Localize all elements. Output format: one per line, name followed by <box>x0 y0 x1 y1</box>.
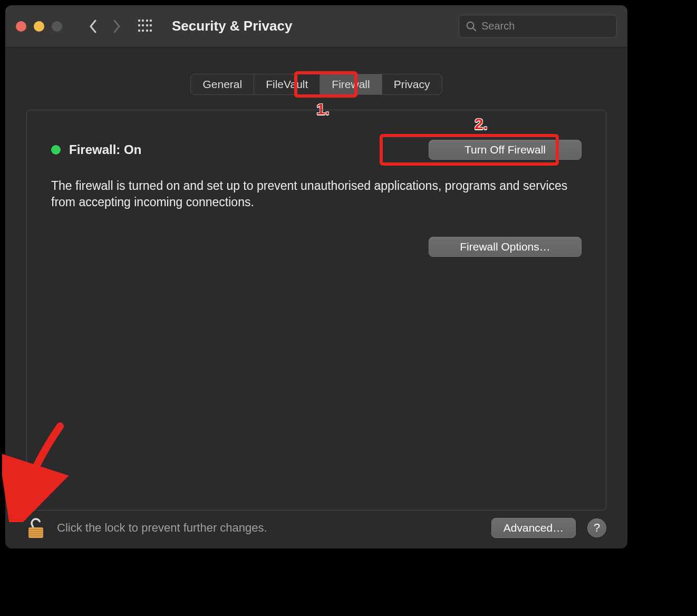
search-input[interactable] <box>481 20 610 32</box>
tab-general[interactable]: General <box>191 74 254 94</box>
svg-rect-2 <box>28 527 43 538</box>
help-button[interactable]: ? <box>587 518 606 537</box>
titlebar: Security & Privacy <box>5 5 627 47</box>
button-label: Firewall Options… <box>460 240 550 253</box>
close-window-button[interactable] <box>16 21 26 32</box>
button-label: Advanced… <box>504 522 564 534</box>
tab-bar: General FileVault Firewall Privacy <box>26 74 606 95</box>
forward-button[interactable] <box>109 16 124 37</box>
firewall-panel: Firewall: On Turn Off Firewall The firew… <box>26 110 606 511</box>
tab-privacy[interactable]: Privacy <box>382 74 442 94</box>
segmented-control: General FileVault Firewall Privacy <box>190 74 442 95</box>
zoom-window-button[interactable] <box>52 21 62 32</box>
status-row: Firewall: On Turn Off Firewall <box>51 140 582 160</box>
show-all-icon[interactable] <box>138 20 152 33</box>
window-controls <box>16 21 62 32</box>
button-label: ? <box>594 521 600 535</box>
tab-filevault[interactable]: FileVault <box>254 74 320 94</box>
preferences-window: Security & Privacy General FileVault Fir… <box>5 5 627 548</box>
status-indicator-icon <box>51 145 61 155</box>
search-icon <box>466 21 477 32</box>
tab-firewall[interactable]: Firewall <box>320 74 382 94</box>
search-field[interactable] <box>459 15 617 38</box>
window-title: Security & Privacy <box>172 18 292 34</box>
svg-line-1 <box>473 27 476 31</box>
back-button[interactable] <box>85 16 101 37</box>
tab-label: FileVault <box>266 78 308 91</box>
firewall-description: The firewall is turned on and set up to … <box>51 178 568 210</box>
content-area: General FileVault Firewall Privacy 1. Fi… <box>5 47 627 548</box>
advanced-button[interactable]: Advanced… <box>491 518 576 538</box>
footer: Click the lock to prevent further change… <box>5 517 627 539</box>
turn-off-firewall-button[interactable]: Turn Off Firewall <box>429 140 582 160</box>
button-label: Turn Off Firewall <box>464 143 546 156</box>
minimize-window-button[interactable] <box>34 21 44 32</box>
lock-icon[interactable] <box>26 517 45 539</box>
tab-label: Privacy <box>394 78 430 91</box>
tab-label: General <box>202 78 242 91</box>
firewall-status-label: Firewall: On <box>69 142 141 157</box>
firewall-options-button[interactable]: Firewall Options… <box>429 237 582 257</box>
lock-description: Click the lock to prevent further change… <box>57 521 267 535</box>
tab-label: Firewall <box>332 78 370 91</box>
